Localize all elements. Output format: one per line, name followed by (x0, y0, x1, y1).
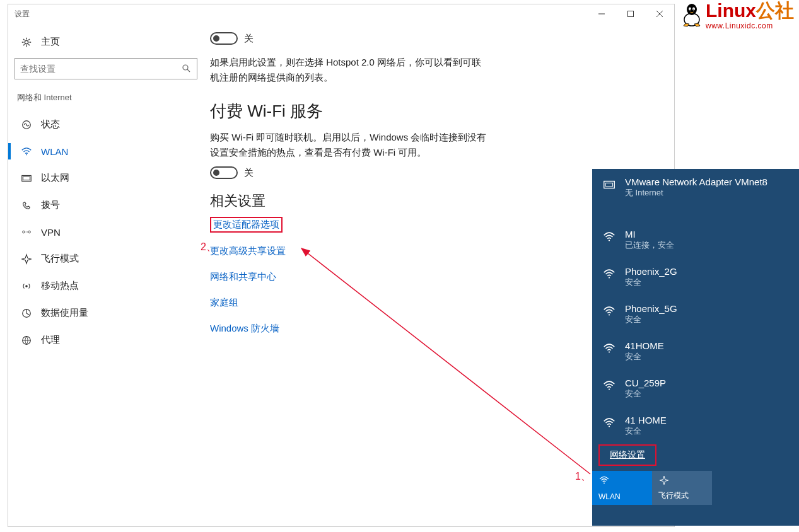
network-sub: 安全 (625, 277, 677, 288)
maximize-button[interactable] (616, 4, 645, 23)
wifi-icon (598, 475, 610, 486)
sidebar-item-wlan[interactable]: WLAN (15, 138, 197, 165)
home-button[interactable]: 主页 (15, 30, 197, 54)
vpn-icon (21, 226, 32, 238)
titlebar-controls (587, 4, 674, 23)
search-field[interactable] (20, 64, 192, 74)
wifi-icon (602, 379, 616, 393)
sidebar-item-label: VPN (41, 227, 61, 238)
search-icon (182, 64, 190, 74)
network-sub: 安全 (625, 425, 667, 437)
wifi-network-item[interactable]: 41HOME安全 (592, 333, 799, 370)
gear-icon (21, 37, 32, 48)
network-adapter-item[interactable]: VMware Network Adapter VMnet8 无 Internet (592, 169, 799, 206)
svg-point-21 (609, 277, 610, 278)
network-title: Phoenix_2G (625, 266, 677, 277)
toggle-switch-icon (210, 32, 238, 45)
network-settings-link[interactable]: 网络设置 (598, 444, 656, 466)
network-title: MI (625, 229, 674, 240)
svg-rect-10 (23, 176, 30, 180)
sidebar-item-label: 以太网 (41, 172, 69, 184)
svg-point-14 (25, 285, 28, 287)
network-sub: 无 Internet (625, 187, 767, 199)
sidebar-item-proxy[interactable]: 代理 (15, 327, 197, 354)
network-sub: 安全 (625, 388, 666, 400)
wifi-icon (602, 267, 616, 281)
wifi-network-item[interactable]: MI已连接，安全 (592, 221, 799, 258)
sidebar-item-label: 代理 (41, 334, 60, 346)
network-sub: 已连接，安全 (625, 240, 674, 251)
close-icon (656, 11, 663, 17)
hotspot-icon (21, 280, 32, 292)
svg-rect-19 (606, 183, 613, 187)
settings-window: 设置 主页 网络和 Internet 状态 WLAN (8, 4, 675, 527)
logo-url: www.Linuxidc.com (706, 21, 773, 30)
minimize-button[interactable] (587, 4, 616, 23)
wifi-icon (602, 342, 616, 356)
linux-logo-watermark: Linux公社 www.Linuxidc.com (680, 1, 794, 30)
svg-point-24 (609, 388, 610, 390)
network-title: 41 HOME (625, 415, 667, 425)
svg-point-28 (687, 4, 697, 15)
sidebar-item-label: 数据使用量 (41, 307, 88, 319)
data-icon (21, 308, 32, 319)
svg-point-5 (183, 65, 188, 70)
sidebar-item-label: WLAN (41, 146, 68, 157)
svg-point-26 (604, 483, 605, 484)
toggle-hotspot20[interactable]: 关 (210, 32, 668, 45)
sidebar: 主页 网络和 Internet 状态 WLAN 以太网 拨号 (8, 23, 204, 526)
tux-icon (680, 2, 703, 30)
network-sub: 安全 (625, 351, 664, 362)
annotation-2: 2、 (201, 241, 216, 254)
svg-point-20 (609, 240, 610, 241)
toggle-state-label: 关 (244, 33, 254, 45)
proxy-icon (21, 335, 32, 346)
home-label: 主页 (41, 36, 60, 48)
titlebar: 设置 (8, 4, 674, 23)
toggle-switch-icon (210, 166, 238, 179)
svg-point-22 (609, 314, 610, 315)
sidebar-item-label: 移动热点 (41, 280, 79, 292)
qa-label: WLAN (598, 492, 646, 501)
ethernet-icon (21, 173, 32, 184)
network-title: VMware Network Adapter VMnet8 (625, 176, 767, 187)
logo-text-gs: 公社 (756, 0, 794, 21)
paid-wifi-desc: 购买 Wi-Fi 即可随时联机。启用以后，Windows 会临时连接到没有设置安… (210, 130, 487, 160)
network-sub: 安全 (625, 314, 677, 325)
logo-text-linux: Linux (706, 0, 756, 21)
sidebar-item-vpn[interactable]: VPN (15, 219, 197, 245)
svg-point-8 (26, 154, 27, 156)
network-title: Phoenix_5G (625, 303, 677, 314)
hotspot-desc: 如果启用此设置，则在选择 Hotspot 2.0 网络后，你可以看到可联机注册的… (210, 55, 487, 85)
sidebar-item-airplane[interactable]: 飞行模式 (15, 245, 197, 272)
sidebar-item-dialup[interactable]: 拨号 (15, 192, 197, 219)
airplane-icon (658, 475, 670, 486)
svg-point-32 (693, 9, 694, 10)
svg-point-4 (25, 40, 28, 43)
sidebar-item-hotspot[interactable]: 移动热点 (15, 272, 197, 299)
wifi-network-item[interactable]: Phoenix_2G安全 (592, 258, 799, 296)
sidebar-item-label: 状态 (41, 119, 60, 130)
airplane-icon (21, 253, 32, 265)
minimize-icon (598, 11, 605, 17)
quick-action-wlan[interactable]: WLAN (592, 471, 652, 505)
wifi-network-item[interactable]: CU_259P安全 (592, 370, 799, 407)
wifi-icon (602, 230, 616, 244)
svg-point-12 (28, 231, 31, 233)
sidebar-item-datausage[interactable]: 数据使用量 (15, 299, 197, 327)
sidebar-item-ethernet[interactable]: 以太网 (15, 165, 197, 192)
wifi-network-item[interactable]: 41 HOME安全 (592, 407, 799, 444)
dialup-icon (21, 200, 32, 211)
ethernet-adapter-icon (602, 178, 616, 192)
wifi-network-item[interactable]: Phoenix_5G安全 (592, 296, 799, 333)
category-label: 网络和 Internet (15, 92, 197, 111)
toggle-state-label: 关 (244, 167, 254, 179)
link-change-adapter-options[interactable]: 更改适配器选项 (210, 217, 283, 233)
qa-label: 飞行模式 (658, 490, 706, 501)
search-input[interactable] (15, 58, 197, 79)
annotation-1: 1、 (575, 470, 591, 483)
close-button[interactable] (645, 4, 674, 23)
quick-action-airplane[interactable]: 飞行模式 (652, 471, 712, 505)
network-title: CU_259P (625, 378, 666, 388)
sidebar-item-status[interactable]: 状态 (15, 111, 197, 138)
